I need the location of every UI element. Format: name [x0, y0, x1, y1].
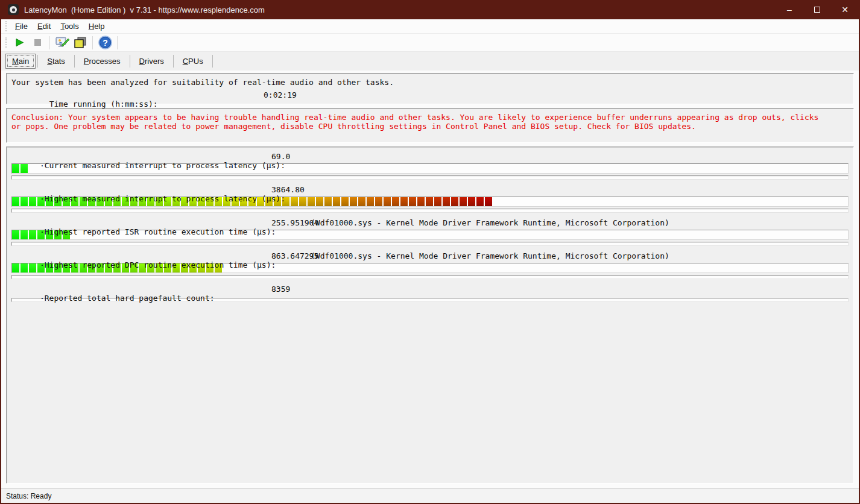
main-content: Your system has been analyzed for suitab…	[1, 71, 859, 488]
status-bar: Status: Ready	[1, 488, 859, 503]
title-bar: LatencyMon (Home Edition ) v 7.31 - http…	[1, 0, 859, 19]
stat-line: ·Highest reported ISR routine execution …	[11, 218, 849, 230]
stat-label: ·Highest reported DPC routine execution …	[40, 260, 276, 269]
tab-separator	[74, 55, 75, 68]
stat-row: ·Highest reported ISR routine execution …	[11, 218, 849, 246]
tab-cpus[interactable]: CPUs	[175, 54, 210, 68]
analysis-summary-panel: Your system has been analyzed for suitab…	[6, 73, 854, 104]
time-running-line: Time running (h:mm:ss): 0:02:19	[11, 90, 849, 103]
toolbar: ?	[1, 34, 859, 52]
toolbar-separator	[117, 36, 118, 49]
minimize-button[interactable]: –	[776, 0, 803, 19]
start-monitor-button[interactable]	[10, 35, 28, 51]
tab-separator	[212, 55, 213, 68]
secondary-level-bar	[11, 242, 849, 246]
menu-bar: FileEditToolsHelp	[1, 19, 859, 34]
secondary-level-bar	[11, 275, 849, 279]
secondary-level-bar	[11, 175, 849, 180]
play-icon	[15, 38, 24, 47]
menu-gripper	[5, 21, 7, 31]
secondary-level-bar	[11, 209, 849, 213]
tab-bar: MainStatsProcessesDriversCPUs	[1, 52, 859, 71]
tab-separator	[37, 55, 38, 68]
stat-label: ·Reported total hard pagefault count:	[40, 294, 215, 303]
toolbar-separator	[49, 36, 50, 49]
tab-drivers[interactable]: Drivers	[132, 54, 171, 68]
edit-options-button[interactable]	[53, 35, 71, 51]
tab-separator	[130, 55, 130, 68]
stat-value: 69.0	[271, 152, 290, 161]
stats-panel: ·Current measured interrupt to process l…	[6, 146, 854, 484]
app-icon	[8, 4, 19, 15]
stat-detail: (Wdf01000.sys - Kernel Mode Driver Frame…	[311, 218, 669, 227]
stop-monitor-button[interactable]	[28, 35, 46, 51]
time-running-label: Time running (h:mm:ss):	[49, 99, 158, 109]
stat-row: ·Highest reported DPC routine execution …	[11, 251, 849, 279]
stat-label: ·Highest measured interrupt to process l…	[40, 194, 285, 203]
conclusion-text-line: or pops. One problem may be related to p…	[11, 122, 849, 131]
status-text: Status: Ready	[6, 492, 51, 500]
menu-item-file[interactable]: File	[10, 20, 33, 33]
stat-value: 3864.80	[271, 185, 305, 194]
menu-item-help[interactable]: Help	[84, 20, 110, 33]
stat-line: ·Reported total hard pagefault count: 83…	[11, 285, 849, 296]
maximize-icon	[814, 7, 820, 13]
stat-row: ·Highest measured interrupt to process l…	[11, 185, 849, 213]
menu-item-tools[interactable]: Tools	[55, 20, 83, 33]
stop-icon	[34, 39, 41, 46]
tab-stats[interactable]: Stats	[40, 54, 72, 68]
close-button[interactable]: ✕	[831, 0, 859, 19]
stat-line: ·Current measured interrupt to process l…	[11, 152, 849, 163]
stat-line: ·Highest reported DPC routine execution …	[11, 251, 849, 263]
time-running-value: 0:02:19	[264, 90, 297, 99]
stat-row: ·Reported total hard pagefault count: 83…	[11, 285, 849, 302]
copy-report-button[interactable]	[71, 35, 89, 51]
latencymon-window: LatencyMon (Home Edition ) v 7.31 - http…	[0, 0, 860, 504]
help-button[interactable]: ?	[96, 35, 114, 51]
tab-main[interactable]: Main	[5, 54, 36, 69]
window-title: LatencyMon (Home Edition ) v 7.31 - http…	[24, 5, 265, 14]
stat-detail: (Wdf01000.sys - Kernel Mode Driver Frame…	[311, 251, 669, 260]
menu-items: FileEditToolsHelp	[10, 20, 109, 33]
toolbar-gripper	[5, 37, 7, 48]
stat-line: ·Highest measured interrupt to process l…	[11, 185, 849, 197]
conclusion-text-line: Conclusion: Your system appears to be ha…	[11, 113, 849, 122]
maximize-button[interactable]	[803, 0, 831, 19]
stat-value: 8359	[271, 285, 290, 294]
svg-text:?: ?	[103, 38, 108, 48]
menu-item-edit[interactable]: Edit	[33, 20, 55, 33]
stat-label: ·Highest reported ISR routine execution …	[40, 227, 276, 236]
copy-pages-icon	[74, 36, 87, 49]
toolbar-separator	[92, 36, 93, 49]
analysis-summary-text: Your system has been analyzed for suitab…	[11, 78, 849, 90]
tab-processes[interactable]: Processes	[77, 54, 128, 68]
stat-row: ·Current measured interrupt to process l…	[11, 152, 849, 180]
help-question-icon: ?	[98, 36, 112, 49]
conclusion-panel: Conclusion: Your system appears to be ha…	[6, 108, 854, 143]
tab-separator	[173, 55, 174, 68]
options-monitor-icon	[55, 36, 69, 49]
stat-label: ·Current measured interrupt to process l…	[40, 161, 285, 170]
